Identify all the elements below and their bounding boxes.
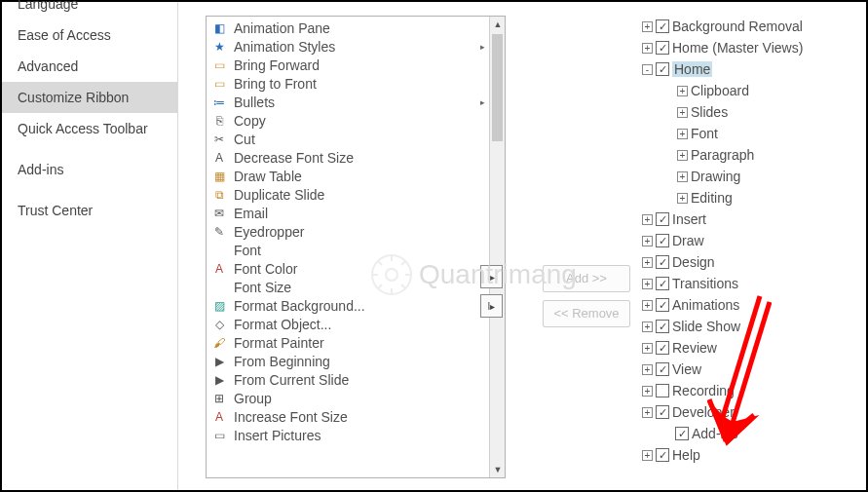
checkbox[interactable]: ✓: [656, 405, 669, 419]
tree-node[interactable]: +✓Draw: [639, 230, 865, 251]
command-item[interactable]: ▨Format Background...: [207, 296, 505, 315]
scroll-thumb[interactable]: [492, 34, 503, 141]
scrollbar[interactable]: ▲ ▼: [489, 17, 505, 477]
expand-icon[interactable]: +: [642, 43, 653, 54]
nav-item-advanced[interactable]: Advanced: [2, 51, 177, 82]
command-item[interactable]: ▭Insert Pictures: [207, 426, 505, 444]
command-item[interactable]: ▭Bring Forward: [207, 56, 505, 74]
expand-icon[interactable]: +: [677, 107, 688, 118]
tree-node[interactable]: +✓View: [639, 359, 865, 380]
command-label: Animation Styles: [234, 39, 335, 55]
command-item[interactable]: ▦Draw Table: [207, 167, 505, 185]
tree-node[interactable]: +✓Review: [639, 337, 865, 359]
command-item[interactable]: ▶From Beginning: [207, 352, 505, 370]
command-item[interactable]: ✉Email: [207, 204, 505, 222]
checkbox[interactable]: ✓: [656, 212, 669, 226]
separator-remove-button[interactable]: I▸: [480, 294, 503, 318]
expand-icon[interactable]: +: [642, 279, 653, 289]
checkbox[interactable]: ✓: [656, 255, 669, 269]
nav-item-language[interactable]: Language: [2, 0, 177, 19]
tree-node[interactable]: +✓Developer: [639, 401, 865, 423]
tree-node[interactable]: +✓Background Removal: [639, 16, 865, 37]
tree-node[interactable]: +✓Home (Master Views): [639, 37, 865, 58]
expand-icon[interactable]: +: [642, 257, 653, 268]
expand-icon[interactable]: +: [642, 300, 653, 311]
expand-icon[interactable]: +: [677, 150, 688, 161]
command-item[interactable]: ✂Cut: [207, 130, 505, 148]
command-item[interactable]: ⧉Duplicate Slide: [207, 185, 505, 204]
checkbox[interactable]: ✓: [656, 448, 669, 462]
tree-node[interactable]: +Recording: [639, 380, 865, 401]
command-item[interactable]: ≔Bullets▸: [207, 93, 505, 111]
expand-icon[interactable]: +: [642, 407, 653, 418]
checkbox[interactable]: [656, 384, 669, 397]
command-item[interactable]: Font: [207, 241, 505, 259]
expand-icon[interactable]: +: [677, 171, 688, 182]
nav-item-trust-center[interactable]: Trust Center: [2, 195, 177, 226]
tree-node[interactable]: +✓Slide Show: [639, 316, 865, 337]
checkbox[interactable]: ✓: [656, 234, 669, 247]
checkbox[interactable]: ✓: [656, 19, 669, 33]
tree-node[interactable]: +Paragraph: [639, 144, 865, 166]
checkbox[interactable]: ✓: [656, 298, 669, 312]
tree-node[interactable]: +Editing: [639, 187, 865, 208]
command-item[interactable]: ▶From Current Slide: [207, 370, 505, 389]
expand-icon[interactable]: +: [642, 21, 653, 32]
nav-item-customize-ribbon[interactable]: Customize Ribbon: [2, 82, 177, 113]
tree-node[interactable]: +✓Insert: [639, 208, 865, 230]
command-item[interactable]: ▭Bring to Front: [207, 74, 505, 93]
checkbox[interactable]: ✓: [656, 320, 669, 333]
expand-icon[interactable]: +: [677, 86, 688, 96]
command-item[interactable]: ⎘Copy: [207, 111, 505, 130]
command-item[interactable]: ★Animation Styles▸: [207, 37, 505, 56]
command-item[interactable]: AFont Color: [207, 259, 505, 278]
checkbox[interactable]: ✓: [656, 341, 669, 355]
expand-icon[interactable]: +: [642, 450, 653, 461]
tree-node[interactable]: +Drawing: [639, 166, 865, 187]
tree-node[interactable]: +Clipboard: [639, 80, 865, 101]
expand-icon[interactable]: +: [642, 322, 653, 332]
expand-icon[interactable]: +: [642, 214, 653, 225]
expand-icon[interactable]: +: [642, 343, 653, 354]
tree-node-label: Review: [672, 340, 717, 356]
checkbox[interactable]: ✓: [656, 277, 669, 290]
ribbon-tree[interactable]: +✓Background Removal+✓Home (Master Views…: [639, 16, 865, 466]
command-item[interactable]: ◇Format Object...: [207, 315, 505, 333]
command-item[interactable]: ⊞Group: [207, 389, 505, 407]
options-nav: LanguageEase of AccessAdvancedCustomize …: [2, 2, 178, 490]
nav-item-quick-access-toolbar[interactable]: Quick Access Toolbar: [2, 113, 177, 144]
ribbon-tree-panel: +✓Background Removal+✓Home (Master Views…: [639, 16, 865, 491]
expand-icon[interactable]: +: [642, 386, 653, 397]
separator-add-button[interactable]: I▸: [480, 265, 503, 288]
command-item[interactable]: Font Size: [207, 278, 505, 296]
expand-icon[interactable]: +: [642, 364, 653, 375]
tree-node[interactable]: +✓Help: [639, 444, 865, 466]
tree-node[interactable]: -✓Home: [639, 58, 865, 80]
command-item[interactable]: ADecrease Font Size: [207, 148, 505, 167]
tree-node[interactable]: +Slides: [639, 101, 865, 123]
commands-listbox[interactable]: ◧Animation Pane★Animation Styles▸▭Bring …: [206, 16, 506, 478]
tree-node[interactable]: ✓Add-ins: [639, 423, 865, 444]
command-item[interactable]: 🖌Format Painter: [207, 333, 505, 352]
tree-node[interactable]: +✓Animations: [639, 294, 865, 316]
scroll-down-icon[interactable]: ▼: [490, 462, 506, 477]
tree-node[interactable]: +✓Design: [639, 251, 865, 273]
checkbox[interactable]: ✓: [656, 41, 669, 55]
checkbox[interactable]: ✓: [656, 62, 669, 76]
nav-item-add-ins[interactable]: Add-ins: [2, 154, 177, 185]
expand-icon[interactable]: +: [677, 129, 688, 139]
collapse-icon[interactable]: -: [642, 64, 653, 75]
expand-icon[interactable]: +: [677, 193, 688, 204]
nav-item-ease-of-access[interactable]: Ease of Access: [2, 19, 177, 51]
scroll-up-icon[interactable]: ▲: [490, 17, 506, 32]
command-item[interactable]: ◧Animation Pane: [207, 19, 505, 37]
add-button[interactable]: Add >>: [543, 265, 630, 292]
command-item[interactable]: AIncrease Font Size: [207, 407, 505, 426]
tree-node[interactable]: +✓Transitions: [639, 273, 865, 294]
tree-node[interactable]: +Font: [639, 123, 865, 144]
checkbox[interactable]: ✓: [675, 427, 689, 440]
checkbox[interactable]: ✓: [656, 362, 669, 376]
expand-icon[interactable]: +: [642, 236, 653, 246]
command-item[interactable]: ✎Eyedropper: [207, 222, 505, 241]
remove-button[interactable]: << Remove: [543, 300, 630, 327]
